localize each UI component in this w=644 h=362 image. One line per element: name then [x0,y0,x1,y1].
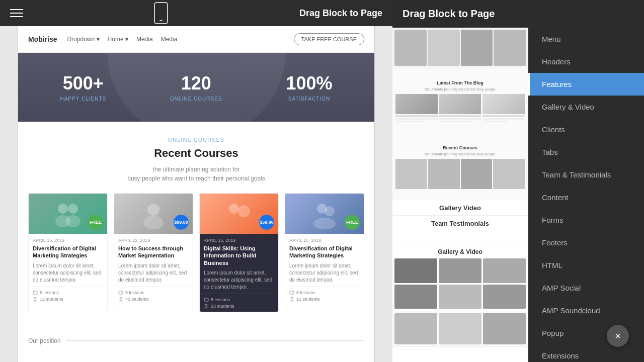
nav-item-extensions[interactable]: Extensions [528,344,644,362]
nav-item-clients[interactable]: Clients [528,118,644,141]
nav-item-features[interactable]: Features [528,73,644,96]
phone-icon [154,2,168,24]
card-badge-2: $89.00 [174,215,189,230]
stat-happy-clients: 500+ HAPPY CLIENTS [60,73,106,102]
site-preview: Mobirise Dropdown ▾ Home ▾ Media Media T… [18,26,375,362]
card-badge-4: FREE [345,215,360,230]
nav-item-team-testimonials[interactable]: Team & Testimonials [528,163,644,186]
card-image-4: FREE [285,194,364,234]
svg-point-6 [147,204,159,216]
sidebar-header: Drag Block to Page [392,0,644,28]
svg-point-7 [143,216,164,229]
nav-item-gallery-video[interactable]: Gallery & Video [528,96,644,118]
nav-link-home[interactable]: Home ▾ [108,36,128,43]
card-lessons-label-3: 8 lessons [211,297,230,302]
card-title-4: Diversification of Digital Marketing Str… [285,245,364,262]
svg-point-5 [34,297,36,299]
card-date-4: APRIL 15, 2019 [285,234,364,245]
panel-item-gallery-video[interactable]: Gallery Video [392,200,528,216]
card-lessons-4: 6 lessons [289,290,360,295]
phone-preview-toggle[interactable] [154,2,168,24]
svg-point-15 [325,206,335,216]
svg-point-18 [291,297,293,299]
svg-point-0 [58,204,68,214]
sidebar-content: Latest From The Blog the ultimate planni… [392,28,644,362]
card-meta-2: 5 lessons 40 students [114,287,193,305]
card-title-1: Diversification of Digital Marketing Str… [29,245,107,262]
card-desc-1: Lorem ipsum dolor sit amet, consectetur … [29,262,107,287]
card-meta-1: 6 lessons 12 students [29,287,107,305]
svg-point-9 [120,297,122,299]
panel-thumb-team-testimonials: Team Testimonials [392,216,528,246]
panel-item-courses[interactable]: Recent Courses the ultimate planning sol… [392,134,528,200]
nav-link-media2[interactable]: Media [161,36,178,43]
nav-item-content[interactable]: Content [528,186,644,209]
stat-label-satisfaction: SATISFACTION [286,96,332,102]
cards-grid: FREE APRIL 15, 2019 Diversification of D… [28,193,364,312]
nav-item-html[interactable]: HTML [528,254,644,277]
card-image-3: $59.00 [200,194,278,234]
stat-satisfaction: 100% SATISFACTION [286,73,332,102]
courses-desc-line2: busy people who want to reach their pers… [127,175,265,182]
svg-point-13 [205,304,207,306]
card-date-1: APRIL 15, 2019 [29,234,107,245]
card-students-1: 12 students [33,297,103,302]
site-nav: Mobirise Dropdown ▾ Home ▾ Media Media T… [18,26,374,53]
nav-link-dropdown[interactable]: Dropdown ▾ [67,36,100,43]
nav-item-footers[interactable]: Footers [528,231,644,254]
sidebar-title: Drag Block to Page [403,8,495,20]
nav-item-headers[interactable]: Headers [528,50,644,73]
svg-point-3 [65,215,80,227]
course-card-3: $59.00 APRIL 15, 2019 Digital Skills: Us… [199,193,279,312]
nav-cta-button[interactable]: TAKE FREE COURSE [294,33,364,45]
nav-item-menu[interactable]: Menu [528,28,644,50]
preview-area: Drag Block to Page Mobirise Dropdown ▾ H… [0,0,392,362]
stat-number-courses: 120 [170,73,222,94]
nav-item-forms[interactable]: Forms [528,209,644,231]
close-button[interactable]: × [607,325,629,347]
card-title-2: How to Success through Market Segmentati… [114,245,193,262]
card-students-label-3: 23 students [211,304,234,309]
hamburger-icon[interactable] [10,9,23,17]
svg-rect-17 [290,291,294,294]
svg-point-11 [238,205,250,217]
card-badge-1: FREE [88,215,103,230]
svg-point-1 [68,204,78,214]
stats-section: 500+ HAPPY CLIENTS 120 ONLINE COURSES 10… [18,53,374,122]
svg-rect-4 [33,291,37,294]
nav-sidebar[interactable]: Menu Headers Features Gallery & Video Cl… [528,28,644,362]
panel-thumb-courses: Recent Courses the ultimate planning sol… [392,134,528,200]
courses-section: ONLINE COURSES Recent Courses the ultima… [18,122,374,327]
card-image-2: $89.00 [114,194,193,234]
svg-rect-12 [204,298,208,301]
card-students-2: 40 students [118,297,189,302]
nav-item-amp-social[interactable]: AMP Social [528,277,644,299]
panel-item-team-testimonials[interactable]: Team Testimonials [392,216,528,246]
card-desc-4: Lorem ipsum dolor sit amet, consectetur … [285,262,364,287]
card-lessons-3: 8 lessons [204,297,274,302]
panel-thumb-bottom [392,311,528,346]
card-students-label-2: 40 students [125,297,149,302]
card-students-4: 12 students [289,297,360,302]
panel-item-bottom[interactable] [392,311,528,347]
card-lessons-label-4: 6 lessons [296,290,315,295]
panel-thumb-gallery-video: Gallery Video [392,200,528,215]
card-date-3: APRIL 15, 2019 [200,234,278,245]
course-card-1: FREE APRIL 15, 2019 Diversification of D… [28,193,108,312]
nav-link-media1[interactable]: Media [136,36,153,43]
card-students-label-4: 12 students [296,297,320,302]
card-badge-3: $59.00 [259,215,274,230]
panel-item-gallery[interactable]: Gallery & Video [392,246,528,311]
card-desc-3: Lorem ipsum dolor sit amet, consectetur … [200,269,278,294]
site-logo: Mobirise [28,35,57,43]
panel-item-blog[interactable]: Latest From The Blog the ultimate planni… [392,68,528,134]
nav-items-list: Menu Headers Features Gallery & Video Cl… [528,28,644,362]
panels-area[interactable]: Latest From The Blog the ultimate planni… [392,28,528,362]
stat-label-courses: ONLINE COURSES [170,96,222,102]
nav-item-amp-soundcloud[interactable]: AMP Soundcloud [528,299,644,322]
site-nav-links: Dropdown ▾ Home ▾ Media Media [67,36,178,43]
card-desc-2: Lorem ipsum dolor sit amet, consectetur … [114,262,193,287]
card-lessons-label-1: 6 lessons [40,290,59,295]
panel-item-cards[interactable] [392,28,528,68]
nav-item-tabs[interactable]: Tabs [528,141,644,163]
